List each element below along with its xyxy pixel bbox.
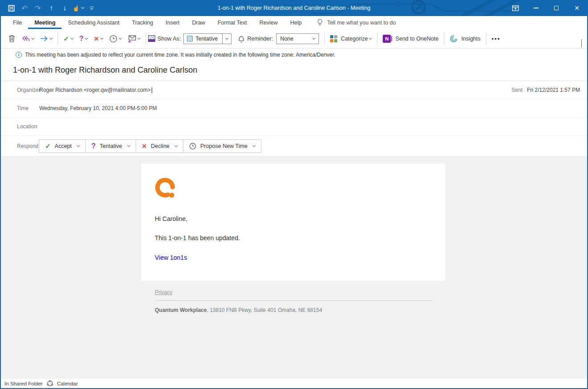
send-to-onenote-button[interactable]: N Send to OneNote	[380, 31, 442, 46]
propose-new-time-label: Propose New Time	[200, 143, 248, 149]
ribbon-separator	[486, 33, 486, 45]
organizer-row: Organizer Roger Richardson <roger.qw@mai…	[1, 81, 587, 99]
tab-format-text[interactable]: Format Text	[211, 16, 253, 29]
ribbon-separator	[444, 33, 444, 45]
touch-mouse-mode-icon[interactable]: ☝	[71, 1, 85, 15]
decline-x-icon: ✕	[142, 143, 147, 150]
show-as-value: Tentative	[195, 36, 218, 42]
propose-new-time-button[interactable]	[106, 31, 124, 46]
location-row: Location	[1, 118, 587, 136]
time-label: Time	[1, 105, 39, 111]
show-as-dropdown[interactable]: Tentative	[183, 33, 232, 44]
accept-button[interactable]: ✓	[60, 31, 76, 46]
tentative-label: Tentative	[100, 143, 122, 149]
status-bar: In Shared Folder Calendar	[1, 379, 587, 388]
reply-envelope-icon	[128, 35, 136, 42]
lightbulb-icon	[317, 19, 323, 26]
ribbon-separator	[377, 33, 377, 45]
time-row: Time Wednesday, February 10, 2021 4:00 P…	[1, 99, 587, 118]
tell-me-label: Tell me what you want to do	[327, 20, 396, 26]
location-label: Location	[1, 123, 39, 130]
email-footer: Privacy Quantum Workplace, 13810 FNB Pkw…	[155, 289, 432, 313]
close-icon[interactable]: ✕	[567, 0, 587, 16]
clock-icon	[189, 143, 196, 150]
meeting-subject: 1-on-1 with Roger Richardson and Carolin…	[1, 61, 587, 81]
chevron-down-icon	[253, 144, 256, 147]
sent-value: Fri 2/12/2021 1:57 PM	[527, 87, 580, 93]
ribbon-separator	[145, 33, 146, 45]
insights-button[interactable]: Insights	[447, 31, 484, 46]
outlook-meeting-window: ↶ ↷ ↑ ↓ ☝ 1-on-1 with Roger Richardson a…	[0, 0, 588, 389]
tab-tracking[interactable]: Tracking	[126, 16, 159, 29]
accept-respond-button[interactable]: ✓ Accept	[39, 139, 86, 153]
redo-icon[interactable]: ↷	[31, 1, 45, 15]
minimize-icon[interactable]	[526, 0, 546, 16]
tab-scheduling-assistant[interactable]: Scheduling Assistant	[62, 16, 125, 29]
tentative-respond-button[interactable]: ? Tentative	[85, 139, 136, 153]
tab-file[interactable]: File	[7, 16, 28, 29]
tab-help[interactable]: Help	[284, 16, 308, 29]
more-commands-button[interactable]: •••	[489, 31, 504, 46]
tab-meeting[interactable]: Meeting	[28, 16, 62, 29]
timezone-info-text: This meeting has been adjusted to reflec…	[25, 52, 335, 58]
maximize-icon[interactable]	[546, 0, 567, 16]
show-as-icon	[148, 35, 155, 42]
clock-icon	[109, 35, 117, 43]
tab-review[interactable]: Review	[253, 16, 284, 29]
customize-quick-access-toolbar-icon[interactable]	[85, 1, 98, 15]
organizer-value[interactable]: Roger Richardson <roger.qw@mailinator.co…	[39, 87, 152, 93]
next-item-icon[interactable]: ↓	[58, 1, 71, 15]
tell-me-box[interactable]: Tell me what you want to do	[317, 16, 396, 29]
privacy-link[interactable]: Privacy	[155, 289, 172, 295]
text-caret	[152, 87, 152, 93]
categorize-button[interactable]: Categorize	[327, 31, 375, 46]
info-icon: i	[16, 52, 22, 58]
tab-draw[interactable]: Draw	[186, 16, 211, 29]
propose-new-time-respond-button[interactable]: Propose New Time	[183, 139, 261, 153]
shared-folder-status: In Shared Folder	[4, 381, 43, 386]
reply-all-icon	[21, 35, 30, 42]
save-icon[interactable]	[4, 1, 18, 15]
email-card: Hi Caroline, This 1-on-1 has been update…	[141, 164, 445, 281]
decline-button[interactable]: ✕	[91, 31, 106, 46]
previous-item-icon[interactable]: ↑	[45, 1, 58, 15]
address-text: , 13810 FNB Pkwy, Suite 401 Omaha, NE 68…	[207, 307, 322, 313]
accept-check-icon: ✓	[45, 142, 51, 150]
view-1on1s-link[interactable]: View 1on1s	[155, 254, 187, 261]
reminder-dropdown[interactable]: None	[276, 33, 319, 44]
quick-access-toolbar: ↶ ↷ ↑ ↓ ☝	[1, 1, 98, 15]
ribbon-separator	[324, 33, 325, 45]
respond-row: Respond ✓ Accept ? Tentative ✕ Decline	[1, 136, 587, 157]
reply-all-button[interactable]	[18, 31, 37, 46]
folder-name: Calendar	[57, 381, 78, 386]
categorize-icon	[330, 35, 337, 42]
show-as-dropdown-arrow[interactable]	[223, 33, 232, 44]
sent-label: Sent	[512, 87, 523, 93]
ribbon-separator	[58, 33, 58, 45]
delete-button[interactable]	[5, 31, 18, 46]
sent-info: Sent Fri 2/12/2021 1:57 PM	[512, 87, 580, 93]
ribbon-tabs: File Meeting Scheduling Assistant Tracki…	[1, 16, 587, 29]
respond-buttons: ✓ Accept ? Tentative ✕ Decline Propose N…	[39, 139, 261, 153]
onenote-icon: N	[383, 35, 391, 43]
ribbon-display-options-icon[interactable]	[505, 0, 526, 16]
email-message: This 1-on-1 has been updated.	[155, 234, 432, 242]
tab-insert[interactable]: Insert	[159, 16, 186, 29]
trash-icon	[8, 35, 15, 42]
collapse-ribbon-icon[interactable]	[581, 39, 582, 47]
footer-divider	[155, 300, 432, 301]
more-commands-icon: •••	[492, 35, 501, 42]
company-address: Quantum Workplace, 13810 FNB Pkwy, Suite…	[155, 307, 432, 313]
tentative-button[interactable]: ?	[76, 31, 91, 46]
respond-button[interactable]	[124, 31, 143, 46]
email-greeting: Hi Caroline,	[155, 215, 432, 222]
quantum-workplace-logo	[155, 177, 432, 202]
shared-folder-icon	[46, 380, 54, 387]
tentative-question-icon: ?	[79, 35, 84, 43]
tentative-swatch-icon	[187, 36, 193, 41]
decline-respond-button[interactable]: ✕ Decline	[136, 139, 183, 153]
forward-button[interactable]	[37, 31, 55, 46]
categorize-label: Categorize	[341, 36, 368, 42]
undo-icon[interactable]: ↶	[18, 1, 31, 15]
reminder-value: None	[280, 36, 294, 42]
